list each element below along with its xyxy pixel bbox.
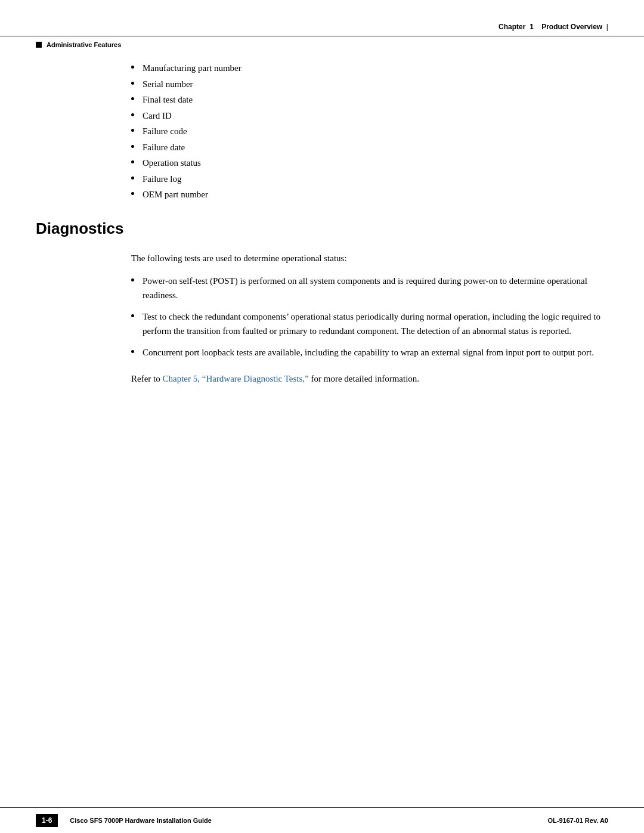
footer-center: Cisco SFS 7000P Hardware Installation Gu… xyxy=(70,817,547,824)
list-item: Serial number xyxy=(36,78,608,91)
bullet-icon xyxy=(131,160,134,163)
bullet-icon xyxy=(131,82,134,85)
bullet-icon xyxy=(131,145,134,148)
bullet-icon xyxy=(131,278,134,281)
list-item-text: Serial number xyxy=(143,78,193,91)
list-item: Failure log xyxy=(36,172,608,186)
diagnostics-list: Power-on self-test (POST) is performed o… xyxy=(36,274,608,360)
list-item-text: Failure date xyxy=(143,141,185,154)
list-item: Concurrent port loopback tests are avail… xyxy=(36,345,608,360)
page-number-box: 1-6 xyxy=(36,814,58,827)
diagnostics-intro: The following tests are used to determin… xyxy=(36,251,608,265)
chapter-word: Chapter xyxy=(499,23,525,31)
list-item: OEM part number xyxy=(36,188,608,202)
page-header: Chapter 1 Product Overview | xyxy=(0,0,644,36)
bullet-icon xyxy=(131,66,134,69)
page-footer: 1-6 Cisco SFS 7000P Hardware Installatio… xyxy=(0,807,644,833)
section-label-icon xyxy=(36,42,42,48)
list-item-text: Card ID xyxy=(143,109,172,123)
list-item: Card ID xyxy=(36,109,608,123)
list-item: Failure date xyxy=(36,141,608,154)
bullet-icon xyxy=(131,192,134,195)
list-item-text: Concurrent port loopback tests are avail… xyxy=(143,345,594,360)
list-item: Power-on self-test (POST) is performed o… xyxy=(36,274,608,302)
refer-text-after: for more detailed information. xyxy=(309,374,419,383)
main-content: Manufacturing part number Serial number … xyxy=(0,55,644,833)
bullet-icon xyxy=(131,314,134,317)
bullet-icon xyxy=(131,350,134,353)
list-item-text: OEM part number xyxy=(143,188,208,202)
features-list: Manufacturing part number Serial number … xyxy=(36,61,608,202)
section-label-text: Administrative Features xyxy=(47,41,121,48)
diagnostics-heading: Diagnostics xyxy=(36,219,608,238)
chapter-number: 1 xyxy=(530,23,534,31)
list-item-text: Power-on self-test (POST) is performed o… xyxy=(143,274,608,302)
list-item-text: Failure code xyxy=(143,125,187,138)
list-item-text: Operation status xyxy=(143,156,201,170)
refer-text-before: Refer to xyxy=(131,374,162,383)
footer-doc-title: Cisco SFS 7000P Hardware Installation Gu… xyxy=(70,817,547,824)
refer-paragraph: Refer to Chapter 5, “Hardware Diagnostic… xyxy=(36,371,608,386)
list-item-text: Test to check the redundant components’ … xyxy=(143,309,608,338)
bullet-icon xyxy=(131,113,134,116)
list-item: Manufacturing part number xyxy=(36,61,608,75)
bullet-icon xyxy=(131,97,134,100)
list-item-text: Final test date xyxy=(143,93,193,107)
list-item: Test to check the redundant components’ … xyxy=(36,309,608,338)
list-item-text: Failure log xyxy=(143,172,181,186)
chapter-title: Product Overview xyxy=(541,23,602,31)
footer-doc-ref: OL-9167-01 Rev. A0 xyxy=(548,817,609,824)
chapter-label: Chapter 1 Product Overview | xyxy=(499,23,608,31)
list-item: Final test date xyxy=(36,93,608,107)
page: Chapter 1 Product Overview | Administrat… xyxy=(0,0,644,833)
list-item: Operation status xyxy=(36,156,608,170)
list-item: Failure code xyxy=(36,125,608,138)
section-label-row: Administrative Features xyxy=(0,36,644,55)
bullet-icon xyxy=(131,129,134,132)
list-item-text: Manufacturing part number xyxy=(143,61,242,75)
bullet-icon xyxy=(131,176,134,179)
hardware-diagnostic-link[interactable]: Chapter 5, “Hardware Diagnostic Tests,” xyxy=(162,374,308,383)
